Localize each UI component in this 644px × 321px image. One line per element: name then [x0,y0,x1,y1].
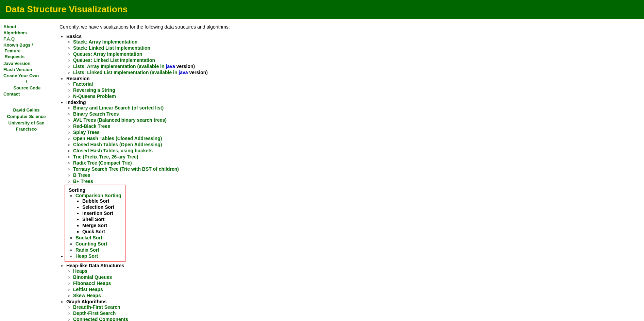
list-item: Radix Tree (Compact Trie) [73,160,637,166]
about-link[interactable]: About [3,24,49,29]
bubble-sort: Bubble Sort [82,198,109,204]
radix-tree-link[interactable]: Radix Tree (Compact Trie) [73,160,132,166]
splay-link[interactable]: Splay Trees [73,130,100,135]
lists-array-link[interactable]: Lists: Array Implementation (available i… [73,64,166,69]
section-sorting: Sorting Comparison Sorting Bubble Sort S… [66,185,637,262]
closed-hash-link[interactable]: Closed Hash Tables (Open Addressing) [73,142,162,147]
main-content: Currently, we have visualizations for th… [53,19,644,321]
bugs-link[interactable]: Known Bugs / Feature Requests [3,43,49,60]
binomial-link[interactable]: Binomial Queues [73,274,112,280]
intro-text: Currently, we have visualizations for th… [60,24,637,30]
heap-sort-link[interactable]: Heap Sort [75,253,98,259]
section-indexing: Indexing Binary and Linear Search (of so… [66,100,637,184]
heaps-link[interactable]: Heaps [73,268,87,274]
list-item: Depth-First Search [73,310,637,316]
binary-linear-link[interactable]: Binary and Linear Search (of sorted list… [73,105,164,111]
stack-array-link[interactable]: Stack: Array Implementation [73,39,137,45]
dfs-link[interactable]: Depth-First Search [73,310,116,316]
list-item: Open Hash Tables (Closed Addressing) [73,136,637,141]
redblack-link[interactable]: Red-Black Trees [73,123,110,129]
list-item: Lists: Linked List Implementation (avail… [73,70,637,75]
list-item: Quck Sort [82,229,121,234]
list-item: Merge Sort [82,223,121,228]
section-basics: Basics Stack: Array Implementation Stack… [66,34,637,75]
queues-linked-link[interactable]: Queues: Linked List Implementation [73,57,155,63]
nqueens-link[interactable]: N-Queens Problem [73,94,116,99]
sidebar: About Algorithms F.A.Q Known Bugs / Feat… [0,19,53,321]
selection-sort: Selection Sort [82,204,114,210]
list-item: Fibonacci Heaps [73,281,637,286]
btrees-link[interactable]: B Trees [73,172,90,178]
author-info: David Galles Computer Science University… [3,107,49,132]
contact-link[interactable]: Contact [3,91,49,97]
leftist-link[interactable]: Leftist Heaps [73,287,103,292]
list-item: Counting Sort [75,241,121,247]
list-item: Reversing a String [73,87,637,93]
flash-version-link[interactable]: Flash Version [3,67,49,72]
lists-linked-link[interactable]: Lists: Linked List Implementation (avail… [73,70,179,75]
reversing-link[interactable]: Reversing a String [73,87,115,93]
basics-list: Stack: Array Implementation Stack: Linke… [66,39,637,75]
comparison-sublist: Bubble Sort Selection Sort Insertion Sor… [75,198,121,234]
author-department: Computer Science [3,113,49,120]
list-item: Selection Sort [82,204,121,210]
list-item: Stack: Array Implementation [73,39,637,45]
recursion-list: Factorial Reversing a String N-Queens Pr… [66,81,637,99]
radix-sort-link[interactable]: Radix Sort [75,247,99,253]
list-item: Connected Components [73,317,637,321]
list-item: Queues: Linked List Implementation [73,57,637,63]
list-item: Breadth-First Search [73,304,637,310]
section-recursion: Recursion Factorial Reversing a String N… [66,76,637,99]
closed-hash-bucket-link[interactable]: Closed Hash Tables, using buckets [73,148,153,153]
connected-components-link[interactable]: Connected Components [73,317,128,321]
list-item: Factorial [73,81,637,87]
author-name: David Galles [3,107,49,114]
java-version-link[interactable]: Java Version [3,61,49,66]
counting-sort-link[interactable]: Counting Sort [75,241,107,247]
skew-link[interactable]: Skew Heaps [73,293,101,298]
list-item: B+ Trees [73,179,637,184]
list-item: Binary Search Trees [73,111,637,117]
list-item: Comparison Sorting Bubble Sort Selection… [75,193,121,234]
source-code-link[interactable]: Source Code [3,85,49,90]
list-item: Trie (Prefix Tree, 26-ary Tree) [73,154,637,159]
sorting-list: Comparison Sorting Bubble Sort Selection… [69,193,121,259]
list-item: Heaps [73,268,637,274]
list-item: Binary and Linear Search (of sorted list… [73,105,637,111]
list-item: Radix Sort [75,247,121,253]
java-link-1[interactable]: java [166,64,175,69]
list-item: N-Queens Problem [73,94,637,99]
shell-sort: Shell Sort [82,217,104,222]
bucket-sort-link[interactable]: Bucket Sort [75,235,102,240]
comparison-sorting-link[interactable]: Comparison Sorting [75,193,121,198]
sorting-highlighted-box: Sorting Comparison Sorting Bubble Sort S… [65,185,125,262]
quick-sort: Quck Sort [82,229,105,234]
bplus-link[interactable]: B+ Trees [73,179,93,184]
bst-link[interactable]: Binary Search Trees [73,111,119,117]
fibonacci-link[interactable]: Fibonacci Heaps [73,281,111,286]
factorial-link[interactable]: Factorial [73,81,93,87]
list-item: Shell Sort [82,217,121,222]
algorithms-link[interactable]: Algorithms [3,30,49,35]
list-item: Bubble Sort [82,198,121,204]
top-level-list: Basics Stack: Array Implementation Stack… [60,34,637,321]
list-item: Heap Sort [75,253,121,259]
heap-list: Heaps Binomial Queues Fibonacci Heaps Le… [66,268,637,298]
list-item: Insertion Sort [82,210,121,216]
ternary-link[interactable]: Ternary Search Tree (Trie with BST of ch… [73,166,179,172]
open-hash-link[interactable]: Open Hash Tables (Closed Addressing) [73,136,162,141]
stack-linked-link[interactable]: Stack: Linked List Implementation [73,45,150,51]
list-item: Queues: Array Implementation [73,51,637,57]
list-item: B Trees [73,172,637,178]
page-title: Data Structure Visualizations [5,4,639,15]
java-link-2[interactable]: java [179,70,188,75]
avl-link[interactable]: AVL Trees (Balanced binary search trees) [73,117,167,123]
list-item: Binomial Queues [73,274,637,280]
insertion-sort: Insertion Sort [82,210,113,216]
trie-link[interactable]: Trie (Prefix Tree, 26-ary Tree) [73,154,138,159]
list-item: Splay Trees [73,130,637,135]
create-link[interactable]: Create Your Own [3,73,49,78]
faq-link[interactable]: F.A.Q [3,36,49,41]
queues-array-link[interactable]: Queues: Array Implementation [73,51,142,57]
bfs-link[interactable]: Breadth-First Search [73,304,120,310]
